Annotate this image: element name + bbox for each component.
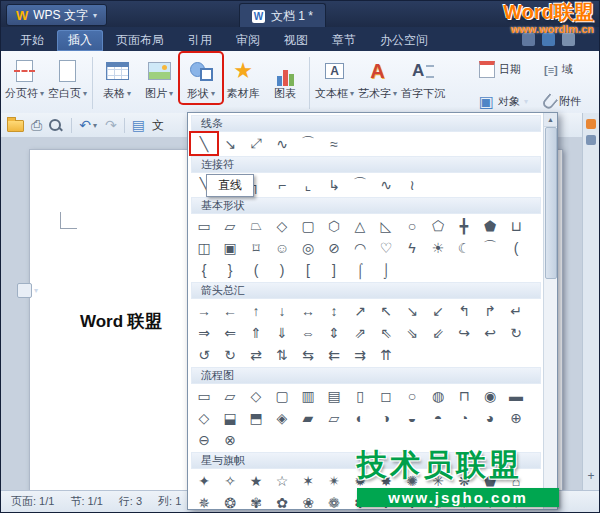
shape-item[interactable]: ⌑ [243, 237, 269, 258]
shape-item[interactable]: ✿ [269, 492, 295, 509]
shape-item[interactable]: ✧ [217, 470, 243, 491]
shape-item[interactable]: ✻ [399, 492, 425, 509]
shape-item[interactable]: ╋ [451, 215, 477, 236]
document-tab[interactable]: W 文档 1 * [239, 3, 326, 28]
shape-item[interactable]: ⌡ [373, 259, 399, 280]
shape-item[interactable]: ⊘ [321, 237, 347, 258]
shape-item[interactable]: ⌠ [347, 259, 373, 280]
shape-item[interactable]: ↖ [373, 300, 399, 321]
shape-item[interactable]: ⇔ [295, 322, 321, 343]
shape-item[interactable]: ◻ [373, 385, 399, 406]
shape-item[interactable]: ⇗ [347, 322, 373, 343]
ribbon-button-clipart[interactable]: ★素材库 [222, 53, 264, 103]
shape-item[interactable]: ✺ [425, 492, 451, 509]
shape-item[interactable]: ⬟ [477, 470, 503, 491]
ribbon-button-wordart[interactable]: A艺术字 ▾ [356, 53, 399, 103]
shape-item[interactable]: ↑ [243, 300, 269, 321]
shape-item[interactable]: ✽ [347, 492, 373, 509]
shape-item[interactable]: ⊔ [503, 215, 529, 236]
shape-item[interactable]: ▥ [295, 385, 321, 406]
tab-视图[interactable]: 视图 [273, 30, 319, 51]
shape-item[interactable]: ⌐ [269, 174, 295, 195]
shape-item[interactable]: ⇅ [269, 344, 295, 365]
shape-item[interactable]: ✦ [191, 470, 217, 491]
shape-item[interactable]: ∿ [373, 174, 399, 195]
shape-item[interactable]: ▯ [347, 385, 373, 406]
shape-item[interactable]: ⊗ [217, 429, 243, 450]
shape-item[interactable]: ↩ [477, 322, 503, 343]
shape-item[interactable]: ☺ [269, 237, 295, 258]
shape-item[interactable]: ◈ [269, 407, 295, 428]
shape-item[interactable]: ↪ [451, 322, 477, 343]
shape-item[interactable]: ⊓ [451, 385, 477, 406]
tab-页面布局[interactable]: 页面布局 [105, 30, 175, 51]
shape-item[interactable]: ⌞ [295, 174, 321, 195]
new-icon[interactable] [7, 118, 24, 132]
margin-tool-button[interactable]: ▾ [17, 283, 38, 298]
tab-审阅[interactable]: 审阅 [225, 30, 271, 51]
shape-item[interactable]: [ [295, 259, 321, 280]
shape-item[interactable]: ≀ [399, 174, 425, 195]
ribbon-button-picture[interactable]: 图片 ▾ [138, 53, 180, 103]
shape-item[interactable]: ▬ [503, 385, 529, 406]
panel-scrollbar[interactable]: ▲ ▼ [543, 113, 557, 509]
shape-item[interactable]: ↳ [321, 174, 347, 195]
shape-item[interactable]: ▱ [217, 215, 243, 236]
shape-item[interactable]: ⬠ [425, 215, 451, 236]
shape-item[interactable]: ≈ [321, 133, 347, 154]
tab-开始[interactable]: 开始 [9, 30, 55, 51]
shape-item[interactable]: ↓ [269, 300, 295, 321]
sidebar-tool-icon[interactable] [586, 119, 596, 129]
ribbon-button-shapes[interactable]: 形状 ▾ [180, 53, 222, 103]
doc-icon[interactable]: ▤ [132, 118, 145, 132]
shape-item[interactable]: ↺ [191, 344, 217, 365]
shape-item[interactable]: ○ [399, 385, 425, 406]
shape-item[interactable]: ↵ [503, 300, 529, 321]
shape-item[interactable]: ) [269, 259, 295, 280]
ribbon-button-page-break[interactable]: 分页符 ▾ [3, 53, 46, 103]
shape-item[interactable]: ▱ [217, 385, 243, 406]
shape-item[interactable]: ❁ [321, 492, 347, 509]
shape-item[interactable]: ◓ [425, 407, 451, 428]
shape-item[interactable]: ◑ [373, 407, 399, 428]
shape-item[interactable]: ◒ [399, 407, 425, 428]
shape-item[interactable]: { [191, 259, 217, 280]
shape-item[interactable]: ⬓ [217, 407, 243, 428]
shape-item[interactable]: ⌒ [295, 133, 321, 154]
shape-item[interactable]: ⤢ [243, 133, 269, 154]
shape-item[interactable]: ⇖ [373, 322, 399, 343]
shape-item[interactable]: ✹ [347, 470, 373, 491]
shape-item[interactable]: ↻ [217, 344, 243, 365]
shape-item[interactable]: ✳ [425, 470, 451, 491]
ribbon-button-blank-page[interactable]: 空白页 ▾ [46, 53, 89, 103]
shape-item[interactable]: ✾ [243, 492, 269, 509]
shape-item[interactable]: ⇒ [191, 322, 217, 343]
shape-item[interactable]: ↘ [399, 300, 425, 321]
document-text[interactable]: Word 联盟 [80, 310, 162, 333]
shape-item[interactable]: ( [503, 237, 529, 258]
tab-引用[interactable]: 引用 [177, 30, 223, 51]
ribbon-button-object[interactable]: ▣对象▾ [479, 92, 528, 111]
collapse-ribbon-icon[interactable] [562, 33, 575, 46]
shape-item[interactable]: ❂ [217, 492, 243, 509]
shape-item[interactable]: ⇇ [321, 344, 347, 365]
print-icon[interactable]: ⎙ [31, 118, 42, 132]
shape-item[interactable]: ⌂ [503, 470, 529, 491]
shape-item[interactable]: ⇕ [321, 322, 347, 343]
shape-item[interactable]: ◉ [477, 385, 503, 406]
shape-item[interactable]: ⇙ [425, 322, 451, 343]
wps-menu-button[interactable]: W WPS 文字 ▾ [6, 4, 107, 26]
shape-item[interactable]: ◕ [477, 407, 503, 428]
shape-item[interactable]: ✸ [373, 470, 399, 491]
tab-插入[interactable]: 插入 [57, 30, 103, 51]
shape-item[interactable]: ▱ [321, 407, 347, 428]
ribbon-button-chart[interactable]: 图表 [264, 53, 306, 103]
shape-item[interactable]: → [191, 300, 217, 321]
shape-item[interactable]: ▤ [321, 385, 347, 406]
ribbon-button-table[interactable]: 表格 ▾ [96, 53, 138, 103]
shape-item[interactable]: ▣ [217, 237, 243, 258]
shape-item[interactable]: ✷ [503, 492, 529, 509]
plus-icon[interactable]: + [583, 469, 599, 483]
shape-item[interactable]: ✼ [373, 492, 399, 509]
shape-item[interactable]: ⏢ [243, 215, 269, 236]
